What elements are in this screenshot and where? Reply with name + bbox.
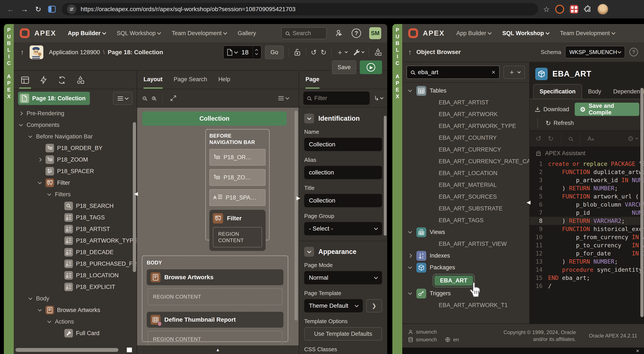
object-group-indexes[interactable]: AZIndexes xyxy=(402,250,529,262)
tree-item-p18-artwork-type[interactable]: P18_ARTWORK_TYPE xyxy=(14,235,137,246)
download-button[interactable]: Download xyxy=(534,106,569,113)
tree-vscrollbar[interactable] xyxy=(133,122,136,272)
collapse-section-button[interactable] xyxy=(304,114,314,123)
collapse-tree-icon[interactable]: ◀ xyxy=(527,199,530,205)
object-item-eba-art-currency[interactable]: EBA_ART_CURRENCY xyxy=(402,144,529,156)
go-to-group-button[interactable]: ↳ xyxy=(374,95,383,102)
tree-item-full-card[interactable]: Full Card xyxy=(14,328,137,339)
sidebar-icon[interactable] xyxy=(45,6,59,13)
go-button[interactable]: Go xyxy=(265,45,284,59)
tree-item-browse-artworks[interactable]: Browse Artworks xyxy=(14,304,137,316)
alias-input[interactable] xyxy=(304,166,382,179)
menu-app-builder[interactable]: App Builder xyxy=(456,30,491,37)
object-item-eba-art-country[interactable]: EBA_ART_COUNTRY xyxy=(402,132,529,144)
object-group-views[interactable]: Views xyxy=(402,226,529,238)
up-icon[interactable]: ↑ xyxy=(408,48,412,56)
tree-item-p18-tags[interactable]: P18_TAGS xyxy=(14,212,137,223)
menu-sql-workshop[interactable]: SQL Workshop xyxy=(502,30,549,37)
tab-dependencies[interactable]: Dependencies xyxy=(607,84,644,99)
canvas-page-title[interactable]: Collection xyxy=(142,111,286,126)
canvas-item-order-by[interactable]: P18_OR… xyxy=(210,149,266,166)
object-search-input[interactable] xyxy=(418,69,465,76)
object-item-eba-art-artwork-type[interactable]: EBA_ART_ARTWORK_TYPE xyxy=(402,120,529,132)
page-number[interactable]: 18 xyxy=(241,49,248,56)
object-group-triggers[interactable]: Triggers xyxy=(402,288,529,299)
tree-menu-button[interactable] xyxy=(113,92,132,105)
help-icon[interactable]: ? xyxy=(352,28,361,38)
object-item-selected[interactable]: EBA_ART xyxy=(434,276,473,286)
object-group-tables[interactable]: Tables xyxy=(402,85,529,97)
object-item-eba-art-artwork[interactable]: EBA_ART_ARTWORK xyxy=(402,108,529,120)
page-group-select[interactable]: - Select - xyxy=(304,222,382,235)
tree-item-filters[interactable]: Filters xyxy=(14,188,137,200)
help-icon[interactable]: ? xyxy=(630,48,638,56)
tab-processing[interactable] xyxy=(53,76,71,89)
object-item-eba-art-material[interactable]: EBA_ART_MATERIAL xyxy=(402,179,529,191)
menu-team-development[interactable]: Team Development xyxy=(560,30,615,37)
zoom-in-icon[interactable] xyxy=(152,96,156,100)
canvas-body-region[interactable]: BODY Browse Artworks REGION CONTENT xyxy=(142,255,288,342)
site-info-icon[interactable] xyxy=(67,4,76,14)
tree-item-pre-rendering[interactable]: Pre-Rendering xyxy=(14,108,137,119)
object-search[interactable]: × xyxy=(406,66,500,79)
undo-icon[interactable]: ↺ xyxy=(311,48,317,57)
layout-canvas[interactable]: Collection BEFORE NAVIGATION BAR P18_OR…… xyxy=(137,108,298,346)
close-bar-icon[interactable]: × xyxy=(636,348,639,354)
object-item-eba-art-artist[interactable]: EBA_ART_ARTIST xyxy=(402,97,529,108)
object-item-eba-art[interactable]: EBA_ART xyxy=(402,273,529,288)
tab-shared-components[interactable] xyxy=(71,76,90,89)
tree-item-actions[interactable]: Actions xyxy=(14,316,137,328)
tab-layout[interactable]: Layout xyxy=(144,76,162,89)
template-detail-button[interactable]: ❯ xyxy=(366,299,382,312)
before-navigation-bar-region[interactable]: BEFORE NAVIGATION BAR P18_OR… P18_ZO… A … xyxy=(205,129,270,240)
tree-item-before-navigation-bar[interactable]: Before Navigation Bar xyxy=(14,131,137,142)
find-icon[interactable] xyxy=(569,137,572,141)
code-line-2[interactable]: 2 FUNCTION duplicate_artwo xyxy=(530,168,644,176)
extension-oracle-icon[interactable] xyxy=(555,5,564,14)
lock-icon[interactable] xyxy=(294,48,301,56)
user-avatar[interactable]: SM xyxy=(369,27,381,39)
code-line-5[interactable]: 5 FUNCTION artwork_url ( xyxy=(530,192,644,200)
tree-item-p18-decade[interactable]: P18_DECADE xyxy=(14,246,137,258)
tree-item-body[interactable]: Body xyxy=(14,293,137,304)
extensions-puzzle-icon[interactable] xyxy=(584,5,592,13)
create-menu-button[interactable]: ＋ xyxy=(336,48,347,57)
tree-item-p18-order-by[interactable]: P18_ORDER_BY xyxy=(14,142,137,154)
code-line-9[interactable]: 9 FUNCTION historical_exch xyxy=(530,225,644,233)
back-icon[interactable]: ← xyxy=(4,5,18,13)
admin-icon[interactable] xyxy=(335,29,344,37)
properties-vscrollbar[interactable] xyxy=(384,116,386,236)
apex-assistant-row[interactable]: APEX Assistant xyxy=(530,147,644,160)
code-line-4[interactable]: 4 ) RETURN NUMBER; xyxy=(530,184,644,192)
tree-item-filter[interactable]: Filter xyxy=(14,177,137,188)
menu-sql-workshop[interactable]: SQL Workshop xyxy=(117,30,161,37)
expand-right-panel-icon[interactable]: ▶ xyxy=(296,195,300,201)
page-stepper[interactable] xyxy=(252,46,260,59)
canvas-item-spacer[interactable]: A P18_SPA… xyxy=(210,189,266,206)
detail-vscrollbar[interactable] xyxy=(640,88,644,317)
canvas-region-browse-artworks[interactable]: Browse Artworks REGION CONTENT xyxy=(147,269,284,305)
code-line-10[interactable]: 10 p_from_currency IN V xyxy=(530,233,644,241)
tab-body[interactable]: Body xyxy=(582,84,607,99)
code-line-8[interactable]: 8 ) RETURN VARCHAR2; xyxy=(530,217,644,225)
layout-menu-button[interactable] xyxy=(274,92,293,105)
tree-node-page[interactable]: Page 18: Collection xyxy=(18,92,90,105)
object-item-eba-art-artist-view[interactable]: EBA_ART_ARTIST_VIEW xyxy=(402,238,529,250)
collapse-left-panel-icon[interactable]: ◀ xyxy=(134,191,138,197)
tab-dynamic-actions[interactable] xyxy=(34,76,53,89)
up-icon[interactable]: ↑ xyxy=(20,48,24,56)
tree-item-p18-location[interactable]: P18_LOCATION xyxy=(14,270,137,281)
create-object-button[interactable]: ＋ xyxy=(504,66,525,79)
tab-page-search[interactable]: Page Search xyxy=(174,76,207,89)
object-group-packages[interactable]: Packages xyxy=(402,262,529,273)
tree-item-p18-explicit[interactable]: P18_EXPLICIT xyxy=(14,281,137,293)
reload-icon[interactable]: ↻ xyxy=(31,5,45,13)
tree-item-p18-zoom[interactable]: P18_ZOOM xyxy=(14,154,137,166)
shared-components-icon[interactable] xyxy=(374,48,382,56)
tree-item-p18-spacer[interactable]: P18_SPACER xyxy=(14,166,137,177)
url-bar[interactable]: https://oracleapex.com/ords/r/apex/sql-w… xyxy=(62,3,538,15)
redo-icon[interactable]: ↻ xyxy=(548,135,554,143)
schema-select[interactable]: WKSP_SMUENCH xyxy=(565,46,625,58)
editor-settings-icon[interactable]: ⚙ xyxy=(628,135,634,143)
refresh-button[interactable]: ↻ Refresh xyxy=(546,119,574,127)
